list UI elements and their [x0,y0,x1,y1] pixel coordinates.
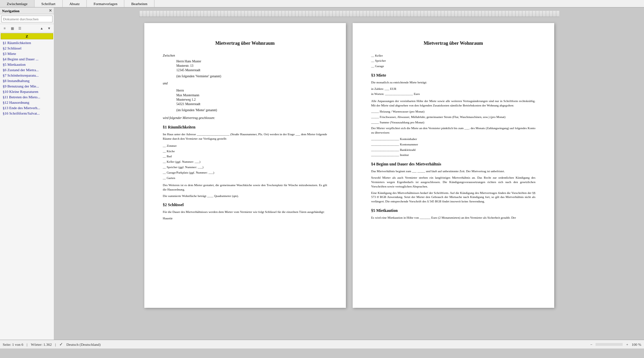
search-input[interactable] [1,16,53,22]
page1-contract-line: wird folgender Mietvertrag geschlossen: [163,116,327,120]
section2-para1: Für die Dauer des Mietverhältnisses werd… [163,210,327,214]
party2-address1: Musterweg 1.2 [176,98,327,102]
party1-address2: 12345 Musterstadt [176,68,327,73]
page1-between: Zwischen [163,54,327,58]
status-left: Seite: 1 von 6 | Wörter: 1.362 | ✓ Deuts… [3,342,101,347]
page2-room-2: __ Garage [371,64,536,68]
section2-title: §2 Schlüssel [163,202,327,208]
page2-room-0: __ Keller [371,54,536,58]
nav-item-13[interactable]: §16 Schriftform/Salvat... [0,111,54,116]
section1-rooms: __ Zimmer __ Küche __ Bad __ Keller (ggf… [163,144,327,180]
party2-name: Herrn [176,88,327,93]
page2-title: Mietvertrag über Wohnraum [371,40,536,47]
nav-item-2[interactable]: §3 Miete [0,51,54,56]
status-separator2: | [55,342,56,346]
nav-item-8[interactable]: §9 Benutzung der Mie... [0,83,54,89]
nav-up-btn[interactable]: ▲ [38,25,45,32]
section3-words: in Worten: __________________ Euro [371,92,536,96]
main-layout: Navigation ✕ ≡ ▦ ☰ ▲ ▼ Z §1 Räumlichkeit… [0,7,644,340]
room-0: __ Zimmer [163,144,327,148]
nav-search-bar [0,14,54,24]
status-bar: Seite: 1 von 6 | Wörter: 1.362 | ✓ Deuts… [0,340,644,349]
page2-rooms-continued: __ Keller __ Speicher __ Garage [371,54,536,69]
status-separator1: | [27,342,27,346]
page2-room-1: __ Speicher [371,59,536,63]
menu-bearbeiten[interactable]: Bearbeiten [124,0,154,7]
menu-schriftart[interactable]: Schriftart [35,0,63,7]
nav-header: Navigation ✕ [0,7,54,14]
page1-and: und [163,81,327,86]
section1-para2: Des Weiteren ist es dem Mieter gestattet… [163,183,327,192]
section3-para2: Alle Anpassungen der vereinbarten Höhe d… [371,99,536,108]
party2-address2: 54321 Musterstadt [176,102,327,106]
nav-item-6[interactable]: §7 Schönheitsreparatu... [0,73,54,78]
top-menu-bar: Zwischenlage Schriftart Absatz Formatvor… [0,0,644,7]
room-3: __ Keller (ggf. Nummer: ___) [163,160,327,164]
section3-item1: _____ Frischwasser, Abwasser, Müllabfuhr… [371,115,536,119]
status-page-info: Seite: 1 von 6 [3,342,23,346]
party1-name: Herrn Hans Muster [176,59,327,64]
page1-party1: Herrn Hans Muster Musterstr. 13 12345 Mu… [163,59,327,79]
nav-title: Navigation [2,9,19,13]
nav-down-btn[interactable]: ▼ [46,25,53,32]
nav-item-9[interactable]: §10 Kleine Reparaturen [0,89,54,94]
section3-title: §3 Miete [371,73,536,78]
section3-items: _____ Heizung / Warmwasser (pro Monat) _… [371,110,536,125]
section1-para1: Im Haus unter der Adresse ______________… [163,132,327,141]
section4-para2: Sowohl Mieter als auch Vermieter streben… [371,176,536,189]
ruler [139,11,559,17]
party1-role: (im folgenden 'Vermieter' genannt) [176,74,327,79]
nav-item-5[interactable]: §6 Zustand der Mietra... [0,67,54,73]
section3-item0: _____ Heizung / Warmwasser (pro Monat) [371,110,536,114]
left-sidebar: Navigation ✕ ≡ ▦ ☰ ▲ ▼ Z §1 Räumlichkeit… [0,7,54,340]
nav-item-3[interactable]: §4 Beginn und Dauer ... [0,56,54,62]
menu-absatz[interactable]: Absatz [63,0,87,7]
nav-grid-view-btn[interactable]: ▦ [9,25,16,32]
menu-formatvorlagen[interactable]: Formatvorlagen [87,0,124,7]
nav-item-11[interactable]: §12 Hausordnung [0,100,54,105]
section3-bank2: __________________ Bankleitzahl [371,148,536,152]
nav-item-4[interactable]: §5 Mietkaution [0,62,54,67]
menu-zwischenlage[interactable]: Zwischenlage [0,0,35,7]
nav-close-btn[interactable]: ✕ [49,8,52,13]
nav-item-7[interactable]: §8 Instandhaltung [0,78,54,83]
nav-list-view-btn[interactable]: ≡ [1,25,8,32]
section3-bank3: __________________ Institut [371,153,536,157]
section3-bank: __________________ Kontoinhaber ________… [371,137,536,158]
status-language-icon: ✓ [59,342,63,347]
room-1: __ Küche [163,149,327,154]
status-words: Wörter: 1.362 [31,342,52,346]
status-zoom-level: 100 % [632,342,641,346]
document-area[interactable]: Mietvertrag über Wohnraum Zwischen Herrn… [54,7,644,340]
section2-item0: Haustür [163,216,327,221]
room-2: __ Bad [163,154,327,159]
status-zoom-in-btn[interactable]: + [626,342,628,346]
page1-title: Mietvertrag über Wohnraum [163,40,327,47]
section5-para1: Es wird eine Mietkaution in Höhe von ___… [371,216,536,220]
pages-wrapper: Mietvertrag über Wohnraum Zwischen Herrn… [138,20,561,311]
section4-title: §4 Beginn und Dauer des Mietverhältnis [371,161,536,167]
nav-item-12[interactable]: §13 Ende des Mietverh... [0,105,54,111]
section3-bank0: __________________ Kontoinhaber [371,137,536,141]
nav-item-1[interactable]: §2 Schlüssel [0,45,54,51]
nav-item-0[interactable]: §1 Räumlichkeiten [0,40,54,45]
nav-item-10[interactable]: §11 Betreten des Mieto... [0,94,54,100]
section5-title: §5 Mietkaution [371,208,536,214]
status-zoom-out-btn[interactable]: − [590,342,592,346]
nav-z-header: Z [1,33,53,39]
party2-name2: Max Mustermann [176,93,327,98]
menu-section: Zwischenlage Schriftart Absatz Formatvor… [0,0,154,7]
section3-item2: _____ Summe (Vorauszahlung pro Monat) [371,120,536,125]
section3-para3: Der Mieter verpflichtet sich die Miete a… [371,126,536,135]
nav-other-btn[interactable]: ☰ [16,25,23,32]
page1-party2: Herrn Max Mustermann Musterweg 1.2 54321… [163,88,327,112]
section1-title: §1 Räumlichkeiten [163,124,327,130]
party1-address1: Musterstr. 13 [176,64,327,68]
section3-para1: Die monatlich zu entrichtende Miete betr… [371,80,536,85]
status-language: Deutsch (Deutschland) [66,342,101,346]
party2-role: (im folgenden 'Mieter' genannt) [176,108,327,113]
status-zoom-slider[interactable] [596,343,623,346]
nav-toolbar: ≡ ▦ ☰ ▲ ▼ [0,24,54,33]
section3-bank1: __________________ Kontonummer [371,142,536,147]
document-page-1: Mietvertrag über Wohnraum Zwischen Herrn… [144,23,346,308]
